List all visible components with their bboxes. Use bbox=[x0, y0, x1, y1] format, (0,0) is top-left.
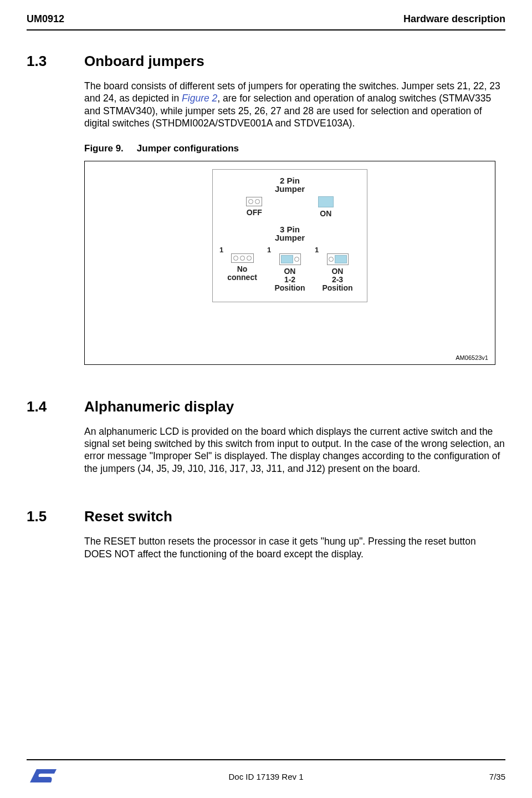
pin1-mark: 1 bbox=[218, 246, 266, 253]
header-rule bbox=[27, 29, 505, 31]
jumper-2pin-off bbox=[246, 197, 262, 206]
jumper-2pin-on bbox=[318, 196, 334, 207]
figure-link[interactable]: Figure 2 bbox=[182, 93, 217, 104]
label-3pin: 3 Pin Jumper bbox=[218, 225, 361, 242]
footer-rule bbox=[27, 759, 505, 760]
heading-title: Alphanumeric display bbox=[84, 398, 234, 415]
pin1-mark: 1 bbox=[266, 246, 314, 253]
heading-num: 1.5 bbox=[27, 508, 62, 525]
figure-diagram: 2 Pin Jumper OFF ON 3 Pin Jumper 1 bbox=[212, 169, 367, 303]
heading-title: Onboard jumpers bbox=[84, 53, 204, 70]
heading-num: 1.3 bbox=[27, 53, 62, 70]
jumper-3pin-12 bbox=[279, 253, 301, 265]
st-logo-icon bbox=[27, 766, 59, 787]
doc-number: UM0912 bbox=[27, 13, 64, 25]
section-name: Hardware description bbox=[403, 13, 505, 25]
label-on12: ON 1-2 Position bbox=[274, 267, 305, 292]
figure-frame: 2 Pin Jumper OFF ON 3 Pin Jumper 1 bbox=[84, 161, 495, 365]
heading-1-5: 1.5 Reset switch bbox=[27, 508, 505, 525]
footer-docid: Doc ID 17139 Rev 1 bbox=[228, 772, 303, 781]
jumper-3pin-noconnect bbox=[231, 253, 254, 263]
label-2pin: 2 Pin Jumper bbox=[218, 176, 361, 193]
figure-reference: AM06523v1 bbox=[456, 354, 488, 361]
heading-num: 1.4 bbox=[27, 398, 62, 415]
figure-label: Figure 9. bbox=[84, 143, 124, 154]
jumper-3pin-23 bbox=[327, 253, 349, 265]
heading-title: Reset switch bbox=[84, 508, 172, 525]
figure-caption: Figure 9.Jumper configurations bbox=[84, 143, 505, 154]
label-on: ON bbox=[320, 210, 331, 218]
para-1-5: The RESET button resets the processor in… bbox=[84, 535, 505, 560]
para-1-4: An alphanumeric LCD is provided on the b… bbox=[84, 425, 505, 475]
para-1-3: The board consists of different sets of … bbox=[84, 80, 505, 130]
label-on23: ON 2-3 Position bbox=[322, 267, 352, 292]
label-noconnect: No connect bbox=[227, 265, 257, 281]
figure-title: Jumper configurations bbox=[137, 143, 239, 154]
label-off: OFF bbox=[247, 209, 262, 217]
footer: Doc ID 17139 Rev 1 7/35 bbox=[27, 759, 505, 787]
heading-1-4: 1.4 Alphanumeric display bbox=[27, 398, 505, 415]
heading-1-3: 1.3 Onboard jumpers bbox=[27, 53, 505, 70]
pin1-mark: 1 bbox=[314, 246, 361, 253]
footer-page: 7/35 bbox=[489, 772, 505, 781]
